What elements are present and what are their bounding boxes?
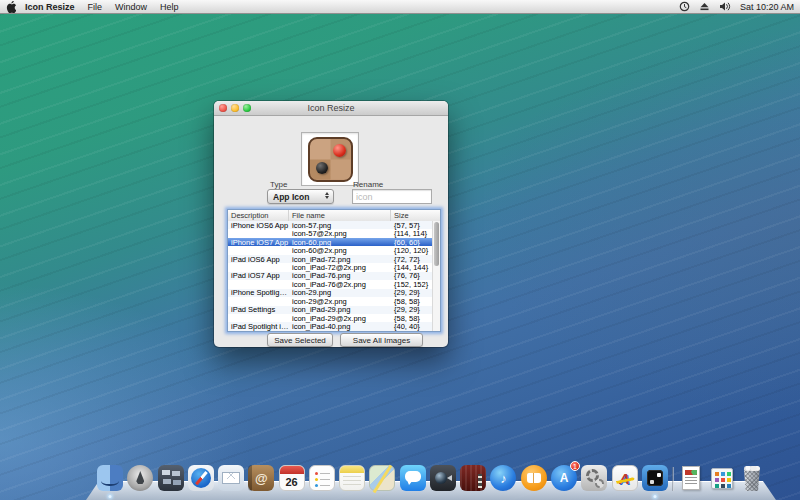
table-row[interactable]: icon-60@2x.png {120, 120} [228, 246, 432, 254]
dock-icon-art [127, 465, 153, 491]
type-label: Type [270, 180, 287, 189]
zoom-button[interactable] [243, 104, 251, 112]
table-row[interactable]: iPad iOS6 App icon_iPad-72.png {72, 72} [228, 255, 432, 263]
dock-facetime[interactable] [430, 465, 456, 491]
menubar-clock[interactable]: Sat 10:20 AM [740, 2, 794, 12]
traffic-lights [219, 104, 251, 112]
dock-finder[interactable] [97, 465, 123, 491]
dock-ibooks[interactable] [521, 465, 547, 491]
cell-file-name: icon_iPad-40.png [289, 322, 391, 331]
volume-menu-icon[interactable] [719, 1, 731, 12]
dock-system-preferences[interactable] [581, 465, 607, 491]
running-indicator [653, 495, 656, 498]
dock-downloads-stack[interactable] [709, 465, 735, 491]
icon-type-popup-value: App Icon [273, 192, 309, 202]
header-description[interactable]: Description [228, 210, 289, 221]
header-file-name[interactable]: File name [289, 210, 391, 221]
rename-label: Rename [353, 180, 383, 189]
menu-window[interactable]: Window [115, 2, 147, 12]
dock-icon-art [430, 465, 456, 491]
table-row[interactable]: icon-29@2x.png {58, 58} [228, 297, 432, 305]
save-selected-button[interactable]: Save Selected [267, 333, 333, 347]
dock-icon-art [309, 465, 335, 491]
desktop: Icon Resize FileWindowHelp Sat 10:20 AM … [0, 0, 800, 500]
dock-icon-art [581, 465, 607, 491]
notification-badge: 1 [570, 461, 580, 471]
eject-menu-icon[interactable] [699, 1, 710, 12]
dock-icon-resize-app[interactable] [642, 465, 668, 491]
dock-icons: @ 26 [97, 465, 765, 491]
dock-icon-glyph: ♪ [490, 465, 516, 491]
table-row[interactable]: iPhone iOS6 App icon-57.png {57, 57} [228, 221, 432, 229]
menubar: Icon Resize FileWindowHelp Sat 10:20 AM [0, 0, 800, 14]
minimize-button[interactable] [231, 104, 239, 112]
dock-app-store[interactable]: A 1 [551, 465, 577, 491]
menu-file[interactable]: File [88, 2, 103, 12]
dock-a-utility-app[interactable]: A [612, 465, 638, 491]
cell-description: iPad iOS6 App [228, 255, 289, 264]
table-row[interactable]: iPhone Spotlight i… icon-29.png {29, 29} [228, 289, 432, 297]
image-well[interactable] [301, 132, 359, 186]
dock-contacts[interactable]: @ [248, 465, 274, 491]
dock-photo-booth[interactable] [460, 465, 486, 491]
table-scrollbar[interactable] [432, 221, 440, 331]
dock-icon-art [218, 465, 244, 491]
dock-icon-glyph: A [613, 466, 637, 490]
icon-type-popup[interactable]: App Icon [267, 189, 334, 204]
dock-messages[interactable] [400, 465, 426, 491]
dock-mail[interactable] [218, 465, 244, 491]
table-body: iPhone iOS6 App icon-57.png {57, 57} ico… [228, 221, 432, 331]
preview-board-game-icon [308, 137, 353, 182]
dock-trash-full[interactable] [739, 465, 765, 491]
rename-input[interactable] [352, 189, 432, 204]
dock-icon-art [521, 465, 547, 491]
table-row[interactable]: icon_iPad-72@2x.png {144, 144} [228, 263, 432, 271]
dock-launchpad[interactable] [127, 465, 153, 491]
dock-reminders[interactable] [309, 465, 335, 491]
table-row[interactable]: icon_iPad-29@2x.png {58, 58} [228, 314, 432, 322]
menubar-status-area: Sat 10:20 AM [679, 1, 794, 12]
dock-icon-art [369, 465, 395, 491]
cell-size: {40, 40} [391, 322, 432, 331]
menu-help[interactable]: Help [160, 2, 179, 12]
table-row[interactable]: iPhone iOS7 App icon-60.png {60, 60} [228, 238, 432, 246]
dock-icon-art [188, 465, 214, 491]
window-titlebar[interactable]: Icon Resize [214, 101, 448, 116]
dock-icon-art [400, 465, 426, 491]
dock-safari[interactable] [188, 465, 214, 491]
dock-calendar[interactable]: 26 [279, 465, 305, 491]
dock-icon-art: ♪ [490, 465, 516, 491]
dock-icon-art [460, 465, 486, 491]
icon-size-table[interactable]: Description File name Size iPhone iOS6 A… [227, 209, 441, 332]
header-size[interactable]: Size [391, 210, 440, 221]
dock-icon-art: 26 [279, 465, 305, 491]
dock-icon-glyph: 26 [280, 466, 304, 490]
dock-documents-stack[interactable] [678, 465, 704, 491]
close-button[interactable] [219, 104, 227, 112]
dock-icon-art [739, 465, 765, 491]
table-scrollbar-thumb[interactable] [434, 222, 439, 266]
cell-description: iPad Spotlight iOS 7 [228, 322, 289, 331]
time-machine-menu-icon[interactable] [679, 1, 690, 12]
dock-mission-control[interactable] [158, 465, 184, 491]
table-row[interactable]: iPad Spotlight iOS 7 icon_iPad-40.png {4… [228, 322, 432, 330]
dock-notes[interactable] [339, 465, 365, 491]
dock-icon-art [672, 467, 674, 491]
apple-menu-icon[interactable] [6, 1, 16, 13]
table-row[interactable]: iPad Settings icon_iPad-29.png {29, 29} [228, 306, 432, 314]
cell-description: iPhone iOS7 App [228, 238, 289, 247]
table-row[interactable]: icon_iPad-76@2x.png {152, 152} [228, 280, 432, 288]
dock-divider[interactable] [672, 467, 674, 491]
dock-icon-art [709, 465, 735, 491]
table-row[interactable]: icon-57@2x.png {114, 114} [228, 229, 432, 237]
dock-icon-art: @ [248, 465, 274, 491]
menubar-app-name[interactable]: Icon Resize [25, 2, 75, 12]
save-all-images-button[interactable]: Save All Images [340, 333, 423, 347]
dock-icon-art [158, 465, 184, 491]
running-indicator [109, 495, 112, 498]
dock-itunes[interactable]: ♪ [490, 465, 516, 491]
dock: @ 26 [86, 448, 776, 500]
dock-maps[interactable] [369, 465, 395, 491]
cell-description: iPhone iOS6 App [228, 221, 289, 230]
table-row[interactable]: iPad iOS7 App icon_iPad-76.png {76, 76} [228, 272, 432, 280]
